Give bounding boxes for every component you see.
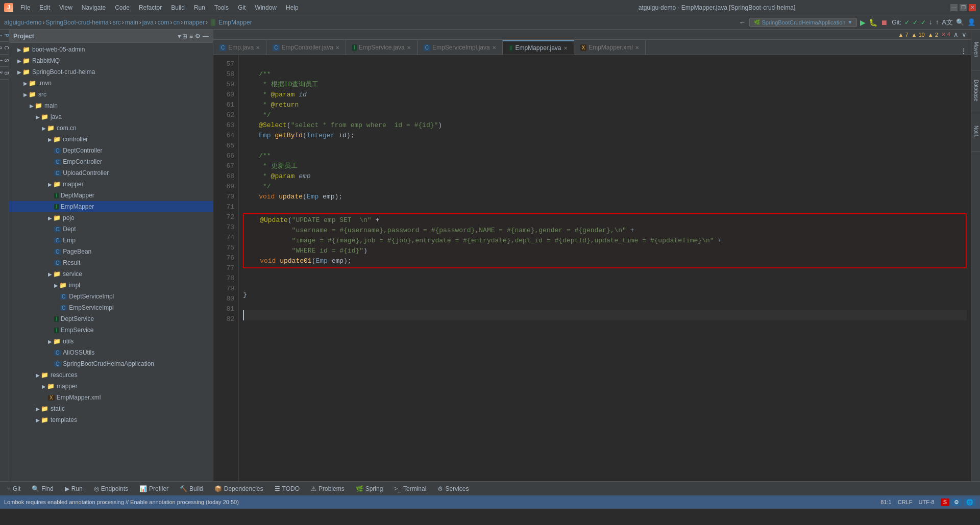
tree-item-service[interactable]: ▶📁service bbox=[9, 268, 213, 280]
tree-item-SpringBootCrudHeimaApplication[interactable]: CSpringBootCrudHeimaApplication bbox=[9, 358, 213, 369]
run-button[interactable]: ▶ bbox=[860, 18, 866, 27]
tree-item-DeptService[interactable]: IDeptService bbox=[9, 313, 213, 324]
bottom-tab-build[interactable]: 🔨 Build bbox=[175, 482, 208, 495]
panel-minimize[interactable]: — bbox=[203, 33, 209, 40]
warning-count-triangle2[interactable]: ▲ 2 bbox=[928, 32, 938, 38]
translate-button[interactable]: A文 bbox=[942, 18, 953, 27]
close-tab-empmapperxml[interactable]: ✕ bbox=[635, 45, 639, 51]
tree-item-pojo[interactable]: ▶📁pojo bbox=[9, 212, 213, 223]
tree-item-com-cn[interactable]: ▶📁com.cn bbox=[9, 122, 213, 134]
close-tab-empservice[interactable]: ✕ bbox=[407, 45, 411, 51]
bottom-tab-git[interactable]: ⑂ Git bbox=[2, 482, 26, 495]
tree-item-templates[interactable]: ▶📁templates bbox=[9, 414, 213, 426]
stop-button[interactable]: ⏹ bbox=[880, 18, 888, 27]
breadcrumb-item[interactable]: com bbox=[158, 19, 169, 26]
nav-next-warning[interactable]: ∨ bbox=[962, 31, 967, 38]
close-tab-empserviceimpl[interactable]: ✕ bbox=[492, 45, 496, 51]
git-pull-button[interactable]: ↓ bbox=[929, 18, 933, 26]
run-config-selector[interactable]: 🌿 SpringBootCrudHeimaApplication ▼ bbox=[749, 18, 857, 27]
tree-item-PageBean[interactable]: CPageBean bbox=[9, 246, 213, 257]
code-editor[interactable]: /** * 根据ID查询员工 * @param id * @return */ … bbox=[239, 55, 971, 481]
tree-item-boot-web-05-admin[interactable]: ▶📁boot-web-05-admin bbox=[9, 44, 213, 55]
bottom-tab-find[interactable]: 🔍 Find bbox=[27, 482, 58, 495]
notifications-panel-btn[interactable]: Notif. bbox=[971, 111, 980, 152]
tree-item-Dept[interactable]: CDept bbox=[9, 223, 213, 235]
nav-prev-warning[interactable]: ∧ bbox=[953, 31, 959, 38]
maximize-button[interactable]: ❐ bbox=[960, 4, 967, 11]
bottom-tab-problems[interactable]: ⚠ Problems bbox=[306, 482, 350, 495]
debug-button[interactable]: 🐛 bbox=[869, 18, 877, 27]
tree-item-EmpServiceImpl[interactable]: CEmpServiceImpl bbox=[9, 302, 213, 313]
menu-view[interactable]: View bbox=[55, 3, 77, 12]
menu-refactor[interactable]: Refactor bbox=[135, 3, 166, 12]
menu-help[interactable]: Help bbox=[282, 3, 303, 12]
panel-icon-3[interactable]: ⚙ bbox=[195, 33, 201, 40]
tabs-more-button[interactable]: ⋮ bbox=[956, 47, 971, 55]
breadcrumb-item-interface[interactable]: I EmpMapper bbox=[211, 19, 252, 26]
menu-file[interactable]: File bbox=[16, 3, 34, 12]
structure-panel-btn[interactable]: Structure bbox=[0, 55, 9, 67]
bottom-tab-terminal[interactable]: >_ Terminal bbox=[389, 482, 431, 495]
menu-run[interactable]: Run bbox=[190, 3, 209, 12]
menu-navigate[interactable]: Navigate bbox=[78, 3, 110, 12]
menu-build[interactable]: Build bbox=[167, 3, 189, 12]
tree-item-EmpService[interactable]: IEmpService bbox=[9, 324, 213, 336]
nav-back-button[interactable]: ← bbox=[739, 18, 746, 27]
tab-emp-java[interactable]: C Emp.java ✕ bbox=[213, 40, 266, 55]
tree-item-mapper[interactable]: ▶📁mapper bbox=[9, 179, 213, 190]
project-panel-btn[interactable]: Project bbox=[0, 30, 9, 42]
tree-item--mvn[interactable]: ▶📁.mvn bbox=[9, 78, 213, 89]
menu-window[interactable]: Window bbox=[251, 3, 281, 12]
tree-item-SpringBoot-crud-heima[interactable]: ▶📁SpringBoot-crud-heima bbox=[9, 66, 213, 78]
warning-count-triangle7[interactable]: ▲ 7 bbox=[898, 32, 909, 38]
profile-button[interactable]: 👤 bbox=[967, 18, 976, 26]
breadcrumb-item[interactable]: mapper bbox=[184, 19, 205, 26]
encoding[interactable]: UTF-8 bbox=[918, 499, 934, 505]
bottom-tab-run[interactable]: ▶ Run bbox=[60, 482, 88, 495]
tree-item-controller[interactable]: ▶📁controller bbox=[9, 134, 213, 145]
tree-item-main[interactable]: ▶📁main bbox=[9, 100, 213, 111]
menu-tools[interactable]: Tools bbox=[210, 3, 233, 12]
git-push-button[interactable]: ↑ bbox=[936, 18, 939, 26]
tree-item-Result[interactable]: CResult bbox=[9, 257, 213, 268]
bookmarks-panel-btn[interactable]: Bkm bbox=[0, 67, 9, 80]
close-tab-empcontroller[interactable]: ✕ bbox=[335, 45, 339, 51]
tree-item-RabbitMQ[interactable]: ▶📁RabbitMQ bbox=[9, 55, 213, 66]
tree-item-DeptMapper[interactable]: IDeptMapper bbox=[9, 190, 213, 201]
tab-empcontroller-java[interactable]: C EmpController.java ✕ bbox=[266, 40, 346, 55]
cursor-position[interactable]: 81:1 bbox=[880, 499, 891, 505]
tree-item-UploadController[interactable]: CUploadController bbox=[9, 167, 213, 179]
menu-edit[interactable]: Edit bbox=[35, 3, 54, 12]
minimize-button[interactable]: — bbox=[950, 4, 958, 11]
breadcrumb-item[interactable]: main bbox=[125, 19, 138, 26]
commit-panel-btn[interactable]: Commit bbox=[0, 42, 9, 55]
tree-item-static[interactable]: ▶📁static bbox=[9, 403, 213, 414]
warning-count-triangle10[interactable]: ▲ 10 bbox=[912, 32, 925, 38]
tab-empserviceimpl-java[interactable]: C EmpServiceImpl.java ✕ bbox=[418, 40, 503, 55]
panel-icon-2[interactable]: ≡ bbox=[189, 33, 193, 40]
tree-item-EmpMapper-xml[interactable]: XEmpMapper.xml bbox=[9, 392, 213, 403]
tab-empmapper-xml[interactable]: X EmpMapper.xml ✕ bbox=[574, 40, 646, 55]
close-tab-emp[interactable]: ✕ bbox=[256, 45, 260, 51]
tab-empservice-java[interactable]: I EmpService.java ✕ bbox=[346, 40, 418, 55]
tree-item-DeptServiceImpl[interactable]: CDeptServiceImpl bbox=[9, 291, 213, 302]
tree-item-mapper[interactable]: ▶📁mapper bbox=[9, 381, 213, 392]
breadcrumb-item[interactable]: src bbox=[113, 19, 121, 26]
tree-item-src[interactable]: ▶📁src bbox=[9, 89, 213, 100]
breadcrumb-item[interactable]: cn bbox=[174, 19, 180, 26]
breadcrumb-item[interactable]: atguigu-demo bbox=[4, 19, 41, 26]
tree-item-resources[interactable]: ▶📁resources bbox=[9, 369, 213, 381]
tree-item-DeptController[interactable]: CDeptController bbox=[9, 145, 213, 156]
bottom-tab-todo[interactable]: ☰ TODO bbox=[270, 482, 305, 495]
bottom-tab-spring[interactable]: 🌿 Spring bbox=[351, 482, 388, 495]
search-button[interactable]: 🔍 bbox=[956, 18, 964, 26]
bottom-tab-endpoints[interactable]: ◎ Endpoints bbox=[89, 482, 133, 495]
menu-git[interactable]: Git bbox=[234, 3, 250, 12]
bottom-tab-dependencies[interactable]: 📦 Dependencies bbox=[209, 482, 268, 495]
database-panel-btn[interactable]: Database bbox=[971, 70, 980, 111]
tree-item-EmpMapper[interactable]: IEmpMapper bbox=[9, 201, 213, 212]
maven-panel-btn[interactable]: Maven bbox=[971, 30, 980, 70]
tree-item-AliOSSUtils[interactable]: CAliOSSUtils bbox=[9, 347, 213, 358]
bottom-tab-profiler[interactable]: 📊 Profiler bbox=[134, 482, 174, 495]
breadcrumb-item[interactable]: java bbox=[142, 19, 154, 26]
